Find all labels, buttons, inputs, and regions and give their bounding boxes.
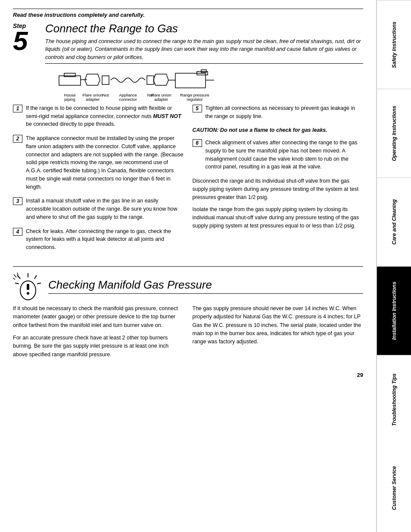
step-title-block: Connect the Range to Gas The house pipin… bbox=[45, 22, 363, 64]
instruction-item-6: 6 Check alignment of valves after connec… bbox=[193, 139, 364, 171]
sidebar-tab-customer[interactable]: Customer Service bbox=[377, 444, 411, 532]
instruction-item-3: 3 Install a manual shutoff valve in the … bbox=[13, 197, 184, 221]
step-header: Step 5 Connect the Range to Gas The hous… bbox=[13, 22, 363, 64]
svg-line-33 bbox=[13, 278, 15, 280]
manifold-left-para-1: If it should be necessary to check the m… bbox=[13, 305, 184, 330]
manifold-right: The gas supply pressure should never be … bbox=[193, 305, 364, 363]
warning-icon bbox=[13, 271, 43, 301]
manifold-left: If it should be necessary to check the m… bbox=[13, 305, 184, 363]
step-number: 5 bbox=[13, 28, 28, 54]
svg-point-31 bbox=[27, 292, 29, 295]
instruction-item-5: 5 Tighten all connections as necessary t… bbox=[193, 104, 364, 121]
svg-text:Nut: Nut bbox=[102, 93, 109, 97]
sidebar-tab-operating[interactable]: Operating Instructions bbox=[377, 89, 411, 177]
instruction-num-5: 5 bbox=[193, 105, 202, 112]
page-wrapper: Read these instructions completely and c… bbox=[0, 0, 411, 532]
svg-rect-1 bbox=[64, 73, 75, 77]
manifold-title: Checking Manifold Gas Pressure bbox=[48, 278, 363, 292]
top-divider bbox=[13, 9, 363, 9]
instruction-num-3: 3 bbox=[13, 197, 22, 205]
svg-marker-2 bbox=[85, 74, 100, 85]
section-divider bbox=[13, 266, 363, 267]
caution-text: CAUTION: Do not use a flame to check for… bbox=[193, 126, 364, 134]
instruction-text-5: Tighten all connections as necessary to … bbox=[206, 104, 364, 121]
manifold-right-para-1: The gas supply pressure should never be … bbox=[193, 305, 364, 346]
sidebar: Safety Instructions Operating Instructio… bbox=[377, 0, 411, 532]
svg-rect-4 bbox=[102, 76, 109, 84]
read-instructions: Read these instructions completely and c… bbox=[13, 12, 363, 18]
svg-rect-5 bbox=[147, 76, 154, 84]
step-description: The house piping and connector used to c… bbox=[45, 37, 363, 62]
svg-rect-30 bbox=[27, 284, 29, 290]
sidebar-tab-installation[interactable]: Installation Instructions bbox=[377, 266, 411, 355]
manifold-left-para-2: For an accurate pressure check have at l… bbox=[13, 334, 184, 359]
step-title: Connect the Range to Gas bbox=[45, 22, 363, 35]
instruction-item-1: 1 If the range is to be connected to hou… bbox=[13, 104, 184, 128]
svg-line-32 bbox=[14, 274, 16, 277]
diagram-svg: House piping Flare union adapter Nut App… bbox=[55, 68, 322, 103]
sidebar-tab-care[interactable]: Care and Cleaning bbox=[377, 177, 411, 266]
instruction-num-6: 6 bbox=[193, 139, 202, 147]
manifold-header: Checking Manifold Gas Pressure bbox=[13, 271, 363, 301]
svg-text:adapter: adapter bbox=[85, 97, 99, 102]
svg-text:piping: piping bbox=[64, 97, 75, 102]
svg-text:adapter: adapter bbox=[154, 97, 168, 102]
instruction-item-4: 4 Check for leaks. After connecting the … bbox=[13, 227, 184, 252]
instruction-text-3: Install a manual shutoff valve in the ga… bbox=[26, 197, 184, 221]
svg-rect-7 bbox=[175, 73, 206, 88]
sidebar-tab-safety[interactable]: Safety Instructions bbox=[377, 0, 411, 89]
instruction-text-6: Check alignment of valves after connecti… bbox=[206, 139, 364, 171]
manifold-section: Checking Manifold Gas Pressure If it sho… bbox=[13, 271, 363, 363]
instructions-right: 5 Tighten all connections as necessary t… bbox=[193, 104, 364, 258]
instruction-num-1: 1 bbox=[13, 105, 22, 112]
instruction-num-4: 4 bbox=[13, 228, 22, 236]
isolate-para: Isolate the range from the gas supply pi… bbox=[193, 205, 364, 230]
step-number-block: Step 5 bbox=[13, 22, 39, 54]
svg-rect-0 bbox=[59, 76, 81, 85]
svg-line-26 bbox=[37, 283, 41, 284]
svg-marker-6 bbox=[153, 74, 168, 85]
instruction-text-1: If the range is to be connected to house… bbox=[26, 104, 184, 128]
instructions-left: 1 If the range is to be connected to hou… bbox=[13, 104, 184, 258]
instruction-item-2: 2 The appliance connector must be instal… bbox=[13, 134, 184, 191]
main-content: Read these instructions completely and c… bbox=[0, 0, 377, 532]
svg-line-34 bbox=[17, 273, 18, 275]
sidebar-tabs: Safety Instructions Operating Instructio… bbox=[377, 0, 411, 532]
svg-rect-9 bbox=[201, 70, 206, 72]
instruction-text-2: The appliance connector must be installe… bbox=[26, 134, 184, 191]
instructions-columns: 1 If the range is to be connected to hou… bbox=[13, 104, 363, 258]
disconnect-para: Disconnect the range and its individual … bbox=[193, 177, 364, 201]
svg-line-25 bbox=[34, 275, 37, 279]
instruction-text-4: Check for leaks. After connecting the ra… bbox=[26, 227, 184, 252]
page-number: 29 bbox=[13, 372, 363, 378]
svg-text:regulator: regulator bbox=[187, 97, 203, 102]
svg-point-29 bbox=[20, 281, 36, 300]
svg-line-27 bbox=[17, 275, 20, 279]
diagram-container: House piping Flare union adapter Nut App… bbox=[13, 68, 363, 103]
sidebar-tab-troubleshooting[interactable]: Troubleshooting Tips bbox=[377, 355, 411, 444]
manifold-columns: If it should be necessary to check the m… bbox=[13, 305, 363, 363]
svg-text:connector: connector bbox=[119, 97, 137, 102]
svg-line-28 bbox=[15, 283, 19, 284]
instruction-num-2: 2 bbox=[13, 135, 22, 143]
manifold-title-block: Checking Manifold Gas Pressure bbox=[48, 278, 363, 294]
